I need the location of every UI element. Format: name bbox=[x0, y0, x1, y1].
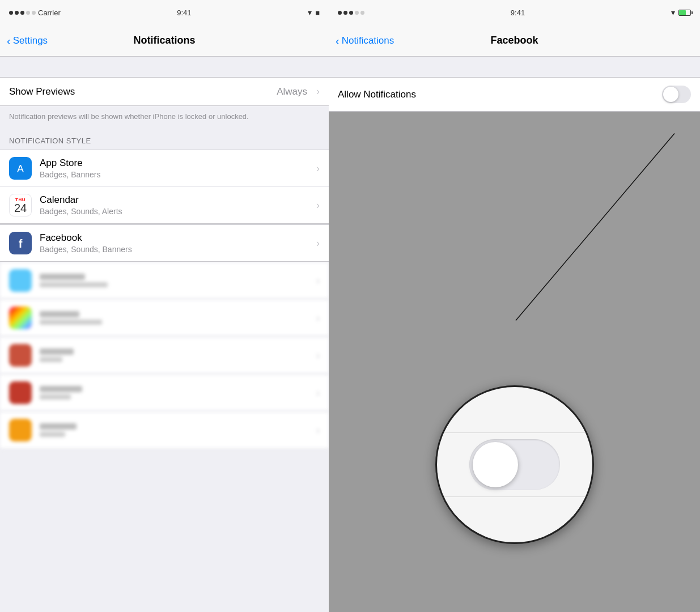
blurred-icon-4 bbox=[9, 381, 32, 404]
facebook-subtitle: Badges, Sounds, Banners bbox=[40, 245, 312, 254]
toggle-knob bbox=[663, 87, 678, 102]
list-item-facebook[interactable]: f Facebook Badges, Sounds, Banners › bbox=[0, 224, 329, 262]
r-signal-dot-4 bbox=[355, 11, 359, 15]
facebook-icon: f bbox=[9, 232, 32, 254]
signal-dot-4 bbox=[26, 11, 30, 15]
big-toggle bbox=[469, 439, 560, 490]
facebook-chevron-icon: › bbox=[316, 237, 320, 249]
carrier-text: Carrier bbox=[38, 8, 61, 17]
magnify-circle bbox=[435, 385, 594, 544]
status-right-left bbox=[338, 11, 364, 15]
blurred-row-2: › bbox=[0, 299, 329, 337]
svg-text:A: A bbox=[17, 163, 24, 175]
blurred-row-1: › bbox=[0, 262, 329, 299]
right-panel: 9:41 ▾ ‹ Notifications Facebook Allow No… bbox=[329, 0, 700, 612]
svg-line-4 bbox=[516, 134, 674, 321]
blurred-icon-3 bbox=[9, 344, 32, 367]
nav-bar-left: ‹ Settings Notifications bbox=[0, 25, 329, 57]
app-store-chevron-icon: › bbox=[316, 163, 320, 175]
wifi-icon: ▾ bbox=[308, 8, 312, 17]
blurred-line-sub-2 bbox=[40, 320, 102, 325]
back-chevron-icon: ‹ bbox=[7, 35, 11, 46]
blurred-text-5 bbox=[40, 423, 312, 437]
show-previews-label: Show Previews bbox=[9, 86, 277, 97]
calendar-title: Calendar bbox=[40, 194, 312, 206]
blurred-line-title-2 bbox=[40, 311, 79, 317]
blurred-icon-5 bbox=[9, 419, 32, 441]
r-signal-dot-2 bbox=[343, 11, 347, 15]
back-button-notifications[interactable]: ‹ Notifications bbox=[336, 35, 394, 46]
signal-dot-5 bbox=[32, 11, 36, 15]
calendar-chevron-icon: › bbox=[316, 199, 320, 211]
blurred-row-5: › bbox=[0, 411, 329, 449]
magnify-sep-top bbox=[437, 432, 592, 433]
left-panel: Carrier 9:41 ▾ ■ ‹ Settings Notification… bbox=[0, 0, 329, 612]
allow-notifications-toggle[interactable] bbox=[662, 86, 691, 103]
r-signal-dot-3 bbox=[349, 11, 353, 15]
blurred-icon-2 bbox=[9, 307, 32, 329]
r-signal-dot-1 bbox=[338, 11, 342, 15]
show-previews-chevron-icon: › bbox=[316, 86, 320, 97]
app-store-content: App Store Badges, Banners bbox=[40, 158, 312, 179]
r-status-right-icons: ▾ bbox=[671, 8, 691, 17]
allow-notifications-row: Allow Notifications bbox=[329, 77, 700, 112]
blurred-icon-1 bbox=[9, 269, 32, 292]
list-item-app-store[interactable]: A App Store Badges, Banners › bbox=[0, 150, 329, 187]
calendar-subtitle: Badges, Sounds, Alerts bbox=[40, 207, 312, 216]
back-button-settings[interactable]: ‹ Settings bbox=[7, 35, 48, 46]
status-left: Carrier bbox=[9, 8, 61, 17]
blurred-line-sub-5 bbox=[40, 432, 65, 437]
blurred-chevron-4: › bbox=[316, 387, 320, 399]
allow-notif-label: Allow Notifications bbox=[338, 89, 662, 100]
app-list: A App Store Badges, Banners › Thu 24 Cal… bbox=[0, 150, 329, 224]
status-bar-right: 9:41 ▾ bbox=[329, 0, 700, 25]
app-store-title: App Store bbox=[40, 158, 312, 169]
app-store-icon: A bbox=[9, 157, 32, 180]
r-signal-dot-5 bbox=[360, 11, 364, 15]
r-wifi-icon: ▾ bbox=[671, 8, 675, 17]
blurred-row-4: › bbox=[0, 374, 329, 411]
svg-text:f: f bbox=[19, 237, 23, 250]
list-item-calendar[interactable]: Thu 24 Calendar Badges, Sounds, Alerts › bbox=[0, 187, 329, 223]
blurred-line-title-5 bbox=[40, 423, 77, 430]
nav-title-right: Facebook bbox=[490, 35, 538, 46]
calendar-icon: Thu 24 bbox=[9, 194, 32, 216]
nav-bar-right: ‹ Notifications Facebook bbox=[329, 25, 700, 57]
signal-dots-right bbox=[338, 11, 364, 15]
signal-dots bbox=[9, 11, 36, 15]
battery-text: ■ bbox=[315, 8, 320, 17]
signal-dot-3 bbox=[20, 11, 24, 15]
signal-dot-2 bbox=[15, 11, 19, 15]
grey-area bbox=[329, 112, 700, 612]
blurred-chevron-2: › bbox=[316, 312, 320, 324]
nav-title-left: Notifications bbox=[133, 35, 195, 46]
back-label-notifications: Notifications bbox=[342, 35, 394, 46]
magnify-sep-bottom bbox=[437, 496, 592, 497]
blurred-line-title-3 bbox=[40, 348, 74, 355]
blurred-chevron-3: › bbox=[316, 350, 320, 362]
blurred-row-3: › bbox=[0, 337, 329, 374]
facebook-content: Facebook Badges, Sounds, Banners bbox=[40, 232, 312, 254]
blurred-line-sub-4 bbox=[40, 394, 71, 400]
blurred-chevron-5: › bbox=[316, 424, 320, 436]
facebook-title: Facebook bbox=[40, 232, 312, 244]
big-toggle-knob bbox=[473, 442, 518, 487]
status-right-icons: ▾ ■ bbox=[308, 8, 320, 17]
r-battery-icon bbox=[678, 10, 691, 16]
helper-text: Notification previews will be shown whet… bbox=[0, 106, 329, 133]
status-bar-left: Carrier 9:41 ▾ ■ bbox=[0, 0, 329, 25]
time-text-right: 9:41 bbox=[511, 8, 525, 17]
blurred-section: › › › › bbox=[0, 262, 329, 612]
show-previews-value: Always bbox=[277, 86, 307, 97]
blurred-line-title-4 bbox=[40, 386, 82, 392]
show-previews-row[interactable]: Show Previews Always › bbox=[0, 77, 329, 106]
blurred-line-title-1 bbox=[40, 274, 85, 280]
back-label-settings: Settings bbox=[13, 35, 48, 46]
back-chevron-right-icon: ‹ bbox=[336, 35, 340, 46]
blurred-text-1 bbox=[40, 274, 312, 287]
blurred-text-3 bbox=[40, 348, 312, 362]
signal-dot-1 bbox=[9, 11, 13, 15]
calendar-content: Calendar Badges, Sounds, Alerts bbox=[40, 194, 312, 216]
calendar-day-num: 24 bbox=[14, 202, 27, 214]
blurred-line-sub-3 bbox=[40, 357, 62, 362]
